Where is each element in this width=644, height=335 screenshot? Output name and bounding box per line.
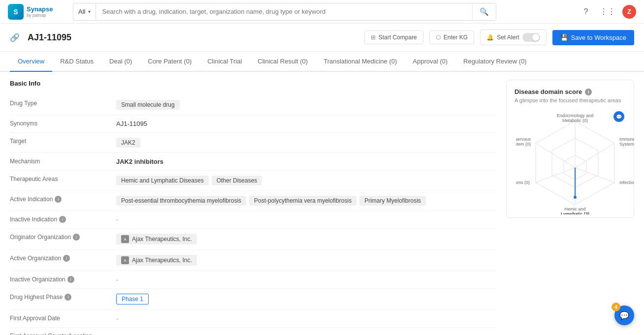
label-therapeutic-areas: Therapeutic Areas [10,176,108,183]
inactive-org-info-icon[interactable]: i [67,276,74,283]
tab-clinical_trial[interactable]: Clinical Trial [199,52,250,72]
field-row-inactive-org: Inactive Organization i - [10,271,496,289]
svg-text:System (0): System (0) [516,142,531,147]
drug-type-tag: Small molecule drug [116,100,180,110]
drug-name: AJ1-11095 [28,32,356,43]
search-button[interactable]: 🔍 [472,3,496,21]
field-row-mechanism: Mechanism JAK2 inhibitors [10,153,496,171]
value-inactive-indication: - [116,216,496,223]
tab-clinical_result[interactable]: Clinical Result (0) [250,52,316,72]
logo[interactable]: S Synapse by patnap [8,4,67,20]
side-panel: Disease domain score i A glimpse into th… [506,80,634,335]
float-badge: 4 [612,303,620,311]
label-originator-org: Originator Organization i [10,234,108,241]
navigation-tabs: OverviewR&D StatusDeal (0)Core Patent (0… [0,52,644,72]
active-indication-info-icon[interactable]: i [55,196,62,203]
save-icon: 💾 [560,34,568,41]
tab-core_patent[interactable]: Core Patent (0) [140,52,199,72]
tab-deal[interactable]: Deal (0) [101,52,140,72]
section-title: Basic Info [10,80,496,87]
search-type-label: All [78,8,85,15]
active-indication-tag: Primary Myelofibrosis [359,196,426,206]
label-target: Target [10,138,108,145]
label-first-approval-date: First Approval Date [10,315,108,322]
set-alert-button[interactable]: 🔔 Set Alert [480,30,546,45]
tab-regulatory_review[interactable]: Regulatory Review (0) [455,52,535,72]
grid-icon[interactable]: ⋮⋮ [601,5,614,19]
label-active-indication: Active Indication i [10,196,108,203]
toggle-switch[interactable] [522,33,540,42]
search-type-dropdown[interactable]: All ▾ [73,3,96,21]
label-drug-highest-phase: Drug Highest Phase i [10,294,108,301]
active-org-tag: A Ajax Therapeutics, Inc. [116,255,197,266]
content-area: Basic Info Drug Type Small molecule drug… [10,80,496,335]
originator-org-info-icon[interactable]: i [73,234,80,241]
start-compare-button[interactable]: ⊞ Start Compare [364,30,423,44]
save-to-workspace-button[interactable]: 💾 Save to Workspace [552,30,634,45]
disease-domain-info-icon[interactable]: i [585,89,592,95]
user-avatar[interactable]: Z [622,5,636,19]
chat-float-icon: 💬 [619,311,629,320]
kg-icon: ⬡ [436,34,441,41]
value-therapeutic-areas: Hemic and Lymphatic DiseasesOther Diseas… [116,176,496,185]
active-indication-tag: Post-essential thrombocythemia myelofibr… [116,196,246,206]
main-content: Basic Info Drug Type Small molecule drug… [0,72,644,335]
field-row-active-indication: Active Indication i Post-essential throm… [10,191,496,211]
inactive-indication-info-icon[interactable]: i [59,216,66,223]
label-inactive-indication: Inactive Indication i [10,216,108,223]
tab-translational_medicine[interactable]: Translational Medicine (0) [316,52,405,72]
alert-toggle[interactable] [522,33,540,42]
chat-icon[interactable]: 💬 [613,111,624,122]
therapeutic-area-tag: Other Diseases [212,176,262,185]
value-synonyms: AJ1-11095 [116,120,496,127]
svg-text:Hemic and: Hemic and [564,207,585,212]
kg-label: Enter KG [444,34,468,41]
score-card-subtitle: A glimpse into the focused therapeutic a… [515,97,626,103]
active-org-info-icon[interactable]: i [63,255,70,262]
svg-text:Nervous: Nervous [516,137,531,142]
enter-kg-button[interactable]: ⬡ Enter KG [429,30,474,44]
compare-icon: ⊞ [371,34,376,41]
label-inactive-org: Inactive Organization i [10,276,108,283]
logo-name: Synapse [27,5,53,13]
drug-actions: ⊞ Start Compare ⬡ Enter KG 🔔 Set Alert 💾… [364,30,634,45]
field-row-active-org: Active Organization i A Ajax Therapeutic… [10,250,496,271]
field-row-first-approval-country: First Approval Country/Location - [10,328,496,335]
drug-highest-phase-info-icon[interactable]: i [64,294,71,301]
field-row-synonyms: Synonyms AJ1-11095 [10,115,496,133]
alert-label: Set Alert [497,34,519,41]
value-mechanism: JAK2 inhibitors [116,158,496,165]
field-row-target: Target JAK2 [10,133,496,153]
label-drug-type: Drug Type [10,100,108,107]
tab-approval[interactable]: Approval (0) [405,52,455,72]
drug-title-bar: 🔗 AJ1-11095 ⊞ Start Compare ⬡ Enter KG 🔔… [0,24,644,52]
value-active-indication: Post-essential thrombocythemia myelofibr… [116,196,496,206]
field-row-inactive-indication: Inactive Indication i - [10,211,496,229]
drug-phase-tag: Phase 1 [116,294,149,305]
field-row-first-approval-date: First Approval Date - [10,310,496,328]
value-active-org: A Ajax Therapeutics, Inc. [116,255,496,266]
search-input[interactable] [96,8,472,15]
field-row-originator-org: Originator Organization i A Ajax Therape… [10,229,496,250]
value-first-approval-date: - [116,315,496,322]
field-row-drug-type: Drug Type Small molecule drug [10,95,496,115]
compare-label: Start Compare [379,34,417,41]
active-indication-tag: Post-polycythemia vera myelofibrosis [249,196,356,206]
label-first-approval-country: First Approval Country/Location [10,333,108,335]
svg-text:Infectious (0): Infectious (0) [619,180,634,185]
value-originator-org: A Ajax Therapeutics, Inc. [116,234,496,244]
svg-line-5 [575,143,614,168]
logo-icon: S [8,4,24,20]
originator-org-tag: A Ajax Therapeutics, Inc. [116,234,197,244]
header-icons: ? ⋮⋮ Z [579,5,636,19]
tab-rd_status[interactable]: R&D Status [52,52,101,72]
disease-domain-score-card: Disease domain score i A glimpse into th… [506,80,634,218]
field-row-drug-highest-phase: Drug Highest Phase i Phase 1 [10,289,496,310]
svg-text:Lymphatic (3): Lymphatic (3) [561,212,589,214]
search-input-wrap: 🔍 [96,3,496,21]
tab-overview[interactable]: Overview [10,52,52,72]
value-drug-highest-phase: Phase 1 [116,294,496,305]
alert-icon: 🔔 [486,34,494,41]
value-drug-type: Small molecule drug [116,100,496,110]
help-icon[interactable]: ? [579,5,593,19]
